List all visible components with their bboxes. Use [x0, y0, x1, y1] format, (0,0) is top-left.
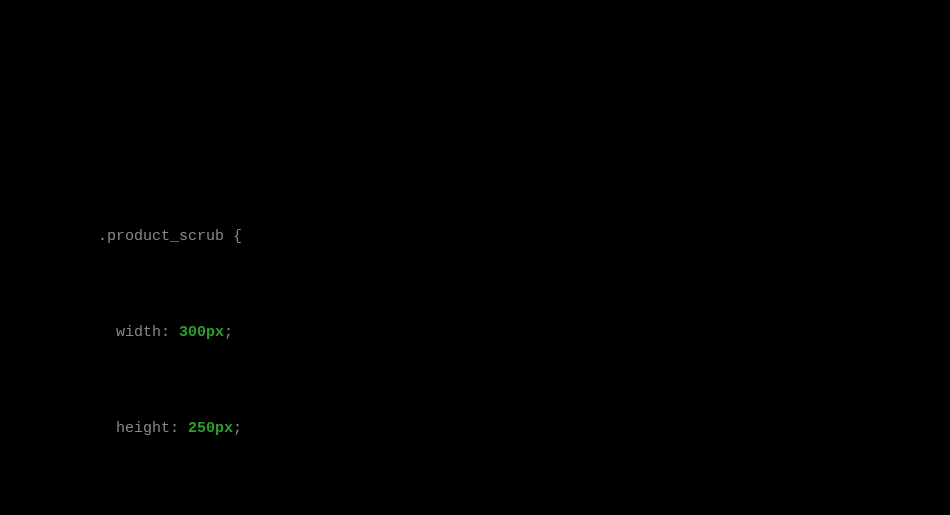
code-line-selector: .product_scrub { — [98, 225, 422, 249]
property-token: height — [116, 420, 170, 437]
code-line-decl: width: 300px; — [98, 321, 422, 345]
semicolon-token: ; — [224, 324, 233, 341]
css-code-block: .product_scrub { width: 300px; height: 2… — [98, 177, 422, 515]
semicolon-token: ; — [233, 420, 242, 437]
open-brace-token: { — [224, 228, 242, 245]
selector-token: .product_scrub — [98, 228, 224, 245]
property-token: width — [116, 324, 161, 341]
value-number-token: 250px — [188, 420, 233, 437]
code-line-decl: height: 250px; — [98, 417, 422, 441]
value-number-token: 300px — [179, 324, 224, 341]
